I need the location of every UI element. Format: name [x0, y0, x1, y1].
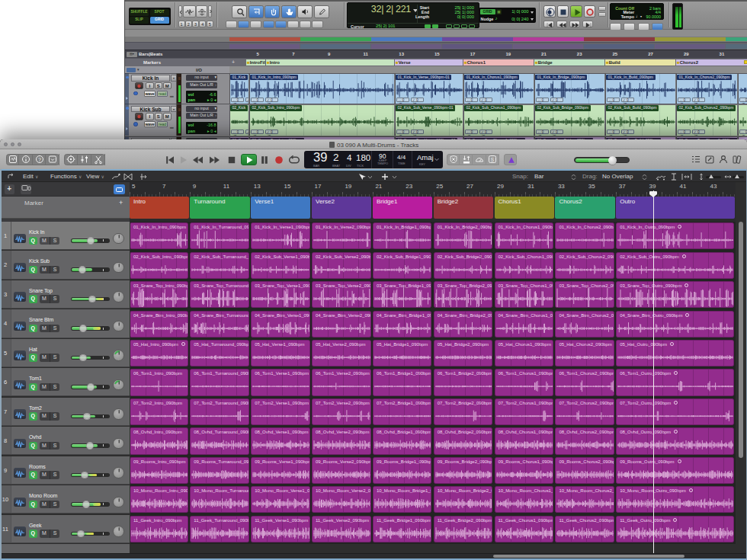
- svg-text:?: ?: [38, 157, 41, 162]
- svg-text:S: S: [491, 157, 495, 162]
